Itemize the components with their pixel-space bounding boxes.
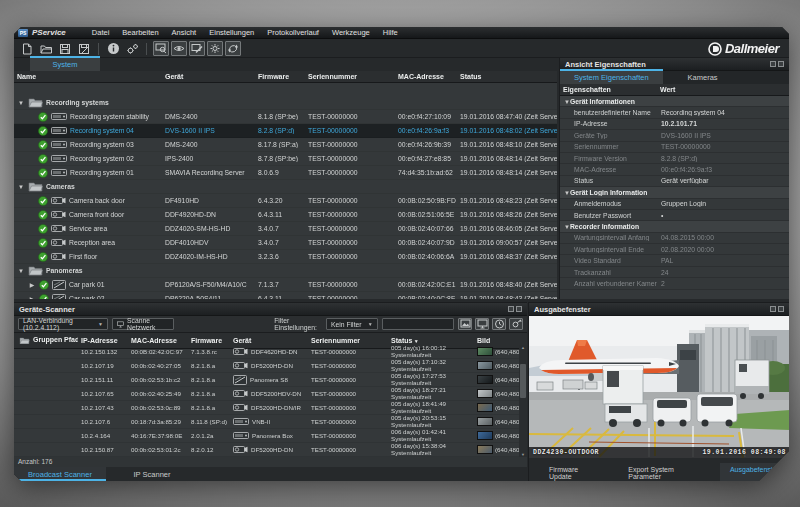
- tree-group-row[interactable]: ▼Panomeras: [14, 264, 557, 278]
- scanner-device-row[interactable]: 10.2.107.4300:0b:02:53:0c:898.2.1.8.aDF5…: [14, 401, 519, 415]
- scanner-export-settings-button[interactable]: [509, 318, 523, 330]
- tab-ausgabefenster[interactable]: Ausgabefenster: [720, 463, 789, 483]
- scanner-device-row[interactable]: 10.2.107.6500:0b:02:40:25:498.2.1.8.aDDF…: [14, 387, 519, 401]
- column-header-name[interactable]: Name: [14, 71, 162, 82]
- property-row[interactable]: benutzerdefinierter NameRecording system…: [560, 107, 789, 118]
- column-header-eigenschaften[interactable]: Eigenschaften: [560, 84, 657, 95]
- scanner-device-row[interactable]: 10.2.150.13200:0B:02:42:0C:977.1.3.8.rcD…: [14, 345, 519, 359]
- scanner-scrollbar[interactable]: ▲ ▼: [519, 345, 527, 457]
- scanner-device-row[interactable]: 10.2.107.600:18:7d:3a:85:298.11.8 (SP:d)…: [14, 415, 519, 429]
- property-row[interactable]: Firmware Version8.2.8 (SP:d): [560, 153, 789, 164]
- scan-network-button[interactable]: Scanne Netzwerk: [112, 318, 174, 330]
- expand-icon[interactable]: ▶: [28, 281, 36, 288]
- property-group-row[interactable]: ▼Recorder Information: [560, 221, 789, 232]
- menu-item-protokollverlauf[interactable]: Protokollverlauf: [267, 28, 319, 37]
- close-icon[interactable]: [778, 61, 784, 67]
- scanner-device-row[interactable]: 10.2.151.1100:0b:02:53:1b:c28.2.1.8.aPan…: [14, 373, 519, 387]
- close-icon[interactable]: [516, 306, 522, 312]
- tab-system-eigenschaften[interactable]: System Eigenschaften: [560, 69, 663, 84]
- scanner-device-row[interactable]: 10.2.150.8700:0b:02:53:01:2c8.2.0.12DF52…: [14, 443, 519, 457]
- tab-system[interactable]: System: [30, 56, 100, 71]
- device-row[interactable]: Recording system 01SMAVIA Recording Serv…: [14, 166, 557, 180]
- device-row[interactable]: Reception areaDDF4010HDV3.4.0.7TEST-0000…: [14, 236, 557, 250]
- collapse-icon[interactable]: ▼: [17, 100, 25, 106]
- tab-firmware-update[interactable]: Firmware Update: [539, 463, 604, 483]
- property-row[interactable]: Wartungsintervall Ende02.08.2020 00:00: [560, 244, 789, 255]
- device-row[interactable]: Recording system 02IPS-24008.7.8 (SP:be)…: [14, 152, 557, 166]
- device-row[interactable]: Service areaDDZ4020-SM-HS-HD3.4.0.7TEST-…: [14, 222, 557, 236]
- camera-icon: [51, 210, 66, 219]
- toolbar-view-refresh-button[interactable]: [225, 41, 241, 56]
- property-row[interactable]: AnmeldemodusGruppen Login: [560, 199, 789, 210]
- cell-geraet: DP6220A-50S4/11: [162, 295, 255, 299]
- scrollbar-thumb[interactable]: [520, 364, 526, 398]
- menu-item-bearbeiten[interactable]: Bearbeiten: [122, 28, 158, 37]
- menu-item-hilfe[interactable]: Hilfe: [383, 28, 398, 37]
- device-row[interactable]: ▶Car park 02DP6220A-50S4/116.4.3.11TEST-…: [14, 292, 557, 299]
- column-header-wert[interactable]: Wert: [657, 84, 789, 95]
- property-row[interactable]: Wartungsintervall Anfang04.08.2015 00:00: [560, 233, 789, 244]
- toolbar-save-button[interactable]: [57, 41, 73, 56]
- toolbar-new-document-button[interactable]: [19, 41, 35, 56]
- property-row[interactable]: StatusGerät verfügbar: [560, 176, 789, 187]
- tab-export-system-parameter[interactable]: Export System Parameter: [618, 463, 706, 483]
- collapse-icon[interactable]: ▼: [17, 268, 25, 274]
- column-header-seriennummer[interactable]: Seriennummer: [305, 71, 395, 82]
- column-header-status[interactable]: Status: [457, 71, 557, 82]
- device-row[interactable]: Recording system 04DVS-1600 II IPS8.2.8 …: [14, 124, 557, 138]
- name-cell: Reception area: [14, 238, 162, 248]
- tab-kameras[interactable]: Kameras: [663, 71, 743, 84]
- toolbar-view-eye-button[interactable]: [171, 41, 187, 56]
- collapse-icon[interactable]: ▼: [17, 184, 25, 190]
- connection-select[interactable]: LAN-Verbindung (10.2.4.112) ▼: [18, 318, 108, 330]
- column-header-firmware[interactable]: Firmware: [255, 71, 305, 82]
- undock-icon[interactable]: [770, 61, 776, 67]
- toolbar-settings-gears-button[interactable]: [124, 41, 140, 56]
- close-icon[interactable]: [778, 306, 784, 312]
- menu-item-datei[interactable]: Datei: [92, 28, 110, 37]
- property-row[interactable]: MAC-Adresse00:e0:f4:26:9a:f3: [560, 164, 789, 175]
- undock-icon[interactable]: [508, 306, 514, 312]
- device-row[interactable]: ▶Car park 01DP6120A/S-F50/M4/A10/C7.1.3.…: [14, 278, 557, 292]
- tree-group-row[interactable]: ▼Cameras: [14, 180, 557, 194]
- toolbar-view-settings-button[interactable]: [207, 41, 223, 56]
- toolbar-save-as-button[interactable]: [76, 41, 92, 56]
- menu-item-werkzeuge[interactable]: Werkzeuge: [332, 28, 370, 37]
- scanner-device-row[interactable]: 10.2.4.16440:16:7E:37:98:0E2.0.1.2aPanom…: [14, 429, 519, 443]
- property-group-row[interactable]: ▼Gerät Informationen: [560, 96, 789, 107]
- undock-icon[interactable]: [770, 306, 776, 312]
- scroll-up-icon[interactable]: ▲: [521, 345, 525, 350]
- device-row[interactable]: Recording system stabilityDMS-24008.1.8 …: [14, 110, 557, 124]
- device-row[interactable]: Recording system 03DMS-24008.17.8 (SP:a)…: [14, 138, 557, 152]
- property-group-row[interactable]: ▼Gerät Login Information: [560, 187, 789, 198]
- expand-icon[interactable]: ▶: [28, 295, 36, 299]
- menu-item-ansicht[interactable]: Ansicht: [172, 28, 197, 37]
- property-row[interactable]: Benutzer Passwort•: [560, 210, 789, 221]
- property-row[interactable]: Anzahl verbundener Kameras2: [560, 278, 789, 289]
- menu-item-einstellungen[interactable]: Einstellungen: [209, 28, 254, 37]
- tab-ip-scanner[interactable]: IP Scanner: [106, 467, 198, 481]
- status-label: Systemlaufzeit: [391, 394, 471, 401]
- tab-broadcast-scanner[interactable]: Broadcast Scanner: [14, 467, 106, 481]
- property-row[interactable]: Video StandardPAL: [560, 255, 789, 266]
- device-row[interactable]: Camera back doorDF4910HD6.4.3.20TEST-000…: [14, 194, 557, 208]
- scanner-search-input[interactable]: [382, 318, 454, 330]
- property-row[interactable]: Trackanzahl24: [560, 267, 789, 278]
- filter-select[interactable]: Kein Filter ▼: [326, 318, 378, 330]
- scanner-screen-view-button[interactable]: [475, 318, 489, 330]
- toolbar-info-button[interactable]: [105, 41, 121, 56]
- toolbar-view-search-button[interactable]: [153, 41, 169, 56]
- device-row[interactable]: First floorDDZ4020-IM-HS-HD3.2.3.6TEST-0…: [14, 250, 557, 264]
- device-row[interactable]: Camera front doorDDF4920HD-DN6.4.3.11TES…: [14, 208, 557, 222]
- scanner-history-button[interactable]: [492, 318, 506, 330]
- toolbar-open-folder-button[interactable]: [38, 41, 54, 56]
- column-header-macadresse[interactable]: MAC-Adresse: [395, 71, 457, 82]
- scanner-image-view-button[interactable]: [458, 318, 472, 330]
- column-header-gert[interactable]: Gerät: [162, 71, 255, 82]
- property-row[interactable]: IP-Adresse10.2.101.71: [560, 119, 789, 130]
- toolbar-view-edit-button[interactable]: [189, 41, 205, 56]
- property-row[interactable]: Geräte TypDVS-1600 II IPS: [560, 130, 789, 141]
- property-row[interactable]: SeriennummerTEST-00000000: [560, 142, 789, 153]
- tree-group-row[interactable]: ▼Recording systems: [14, 96, 557, 110]
- scanner-device-row[interactable]: 10.2.107.1900:0b:02:40:27:058.2.1.8.aDF5…: [14, 359, 519, 373]
